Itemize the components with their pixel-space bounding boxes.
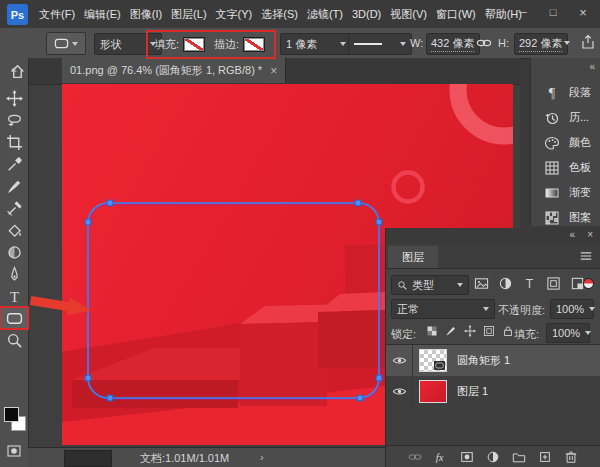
chevron-down-icon[interactable]	[564, 41, 570, 45]
stroke-width-select[interactable]: 1 像素	[280, 33, 352, 55]
path-anchor-1[interactable]	[107, 200, 113, 206]
fill-control[interactable]: 填充:	[154, 36, 205, 52]
fill-input[interactable]: 100%	[546, 323, 590, 343]
new-group-icon[interactable]	[512, 450, 526, 464]
layer-visibility-toggle[interactable]	[386, 345, 413, 376]
export-icon[interactable]	[580, 34, 596, 50]
menu-item-4[interactable]: 文字(Y)	[215, 7, 254, 22]
rail-item-paragraph-panel[interactable]: 段落	[531, 80, 600, 105]
minimize-button[interactable]: ─	[512, 3, 534, 21]
lock-transparency-icon[interactable]	[426, 325, 438, 337]
stroke-none-swatch[interactable]	[243, 37, 265, 52]
path-anchor-4[interactable]	[376, 219, 382, 225]
path-anchor-5[interactable]	[85, 375, 91, 381]
panel-menu-icon[interactable]	[579, 249, 593, 263]
layer-style-icon[interactable]	[434, 450, 448, 464]
rail-item-pattern-panel[interactable]: 图案	[531, 205, 600, 230]
layer-thumbnail[interactable]	[419, 349, 447, 372]
height-label: H:	[498, 37, 509, 49]
quick-mask-icon[interactable]	[6, 443, 22, 459]
tab-layers[interactable]: 图层	[388, 246, 438, 268]
stroke-control[interactable]: 描边:	[214, 36, 265, 52]
foreground-color-swatch[interactable]	[4, 407, 19, 422]
menu-item-8[interactable]: 视图(V)	[389, 7, 428, 22]
blend-mode-select[interactable]: 正常	[391, 299, 495, 319]
layer-name[interactable]: 图层 1	[457, 384, 488, 399]
link-layers-icon[interactable]	[408, 450, 422, 464]
menu-item-6[interactable]: 滤镜(T)	[306, 7, 344, 22]
path-anchor-2[interactable]	[355, 200, 361, 206]
clone-stamp-tool[interactable]	[0, 197, 28, 219]
close-panel-icon[interactable]: ×	[587, 229, 593, 240]
path-anchor-3[interactable]	[85, 219, 91, 225]
lock-position-icon[interactable]	[464, 325, 476, 337]
rail-item-gradient-panel[interactable]: 渐变	[531, 180, 600, 205]
chevron-down-icon[interactable]	[585, 331, 591, 335]
tab-close-icon[interactable]: ×	[270, 64, 277, 78]
layer-thumbnail[interactable]	[419, 380, 447, 403]
menu-bar: 文件(F)编辑(E)图像(I)图层(L)文字(Y)选择(S)滤镜(T)3D(D)…	[38, 0, 523, 28]
layer-visibility-toggle[interactable]	[386, 376, 413, 407]
move-tool[interactable]	[0, 87, 28, 109]
zoom-level-input[interactable]	[64, 450, 112, 467]
lock-artboard-icon[interactable]	[483, 325, 495, 337]
shape-width-input[interactable]: 432 像素	[426, 33, 480, 55]
fill-none-swatch[interactable]	[183, 37, 205, 52]
collapse-panels-button[interactable]: «	[589, 61, 595, 72]
pen-tool[interactable]	[0, 263, 28, 285]
opacity-input[interactable]: 100%	[550, 299, 594, 319]
path-anchor-8[interactable]	[357, 395, 363, 401]
path-anchor-7[interactable]	[107, 395, 113, 401]
menu-item-1[interactable]: 编辑(E)	[83, 7, 122, 22]
lasso-tool[interactable]	[0, 109, 28, 131]
rail-item-swatches-panel[interactable]: 色板	[531, 155, 600, 180]
menu-item-7[interactable]: 3D(D)	[351, 8, 382, 20]
rail-item-label: 历...	[569, 110, 589, 125]
tool-mode-select[interactable]: 形状	[94, 33, 162, 55]
rounded-rectangle-tool[interactable]	[0, 307, 28, 329]
filter-type-select[interactable]: 类型	[391, 275, 469, 295]
layer-row-1[interactable]: 圆角矩形 1	[386, 345, 600, 376]
dodge-tool[interactable]	[0, 241, 28, 263]
brush-tool[interactable]	[0, 175, 28, 197]
crop-tool[interactable]	[0, 131, 28, 153]
stroke-type-select[interactable]	[348, 33, 412, 55]
new-adjustment-layer-icon[interactable]	[486, 450, 500, 464]
lock-paint-icon[interactable]	[445, 325, 457, 337]
home-icon[interactable]	[9, 63, 26, 80]
status-chevron-icon[interactable]: ›	[260, 451, 264, 463]
menu-item-9[interactable]: 窗口(W)	[435, 7, 477, 22]
menu-item-0[interactable]: 文件(F)	[38, 7, 76, 22]
filter-shape-layers-icon[interactable]	[546, 276, 561, 291]
collapse-panel-icon[interactable]: «	[569, 229, 575, 240]
new-layer-icon[interactable]	[538, 450, 552, 464]
path-anchor-6[interactable]	[376, 375, 382, 381]
rail-item-color-panel[interactable]: 颜色	[531, 130, 600, 155]
document-tab-bar: 01.png @ 76.4% (圆角矩形 1, RGB/8) * ×	[28, 58, 520, 85]
rail-item-history-panel[interactable]: 历...	[531, 105, 600, 130]
type-tool[interactable]	[0, 285, 28, 307]
chevron-down-icon	[72, 42, 78, 46]
add-layer-mask-icon[interactable]	[460, 450, 474, 464]
delete-layer-icon[interactable]	[564, 450, 578, 464]
filter-toggle-icon[interactable]	[583, 278, 594, 289]
lock-all-icon[interactable]	[502, 325, 514, 337]
filter-type-layers-icon[interactable]	[522, 276, 537, 291]
shape-height-input[interactable]: 292 像素	[514, 33, 568, 55]
layer-name[interactable]: 圆角矩形 1	[457, 353, 510, 368]
document-tab[interactable]: 01.png @ 76.4% (圆角矩形 1, RGB/8) * ×	[62, 58, 286, 83]
zoom-tool[interactable]	[0, 329, 28, 351]
close-button[interactable]: ×	[572, 3, 594, 21]
menu-item-3[interactable]: 图层(L)	[170, 7, 207, 22]
paint-bucket-tool[interactable]	[0, 219, 28, 241]
tool-preset-button[interactable]	[46, 32, 86, 55]
filter-pixel-layers-icon[interactable]	[474, 276, 489, 291]
maximize-button[interactable]: □	[542, 3, 564, 21]
layer-row-2[interactable]: 图层 1	[386, 376, 600, 407]
eyedropper-tool[interactable]	[0, 153, 28, 175]
menu-item-2[interactable]: 图像(I)	[129, 7, 163, 22]
chevron-down-icon[interactable]	[589, 307, 595, 311]
menu-item-5[interactable]: 选择(S)	[260, 7, 299, 22]
link-dimensions-icon[interactable]	[476, 35, 492, 51]
filter-adjustment-layers-icon[interactable]	[498, 276, 513, 291]
